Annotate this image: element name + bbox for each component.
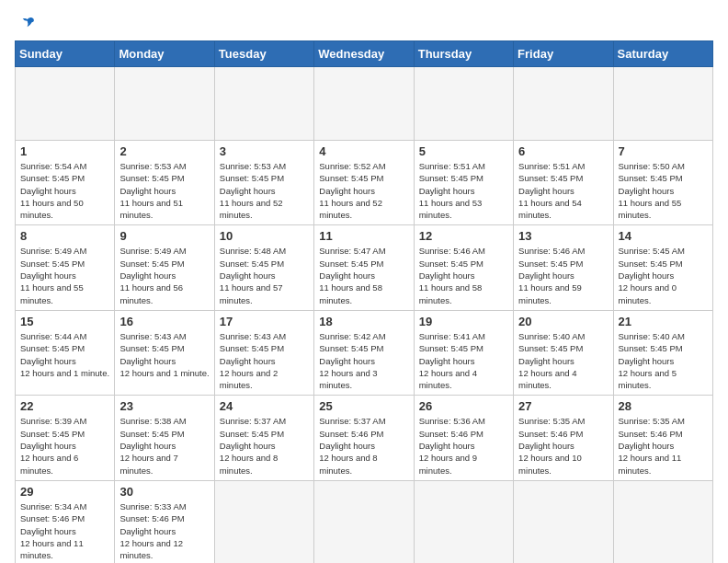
calendar-cell: 29Sunrise: 5:34 AMSunset: 5:46 PMDayligh… xyxy=(16,480,115,563)
day-number: 9 xyxy=(119,229,209,243)
day-info: Sunrise: 5:52 AMSunset: 5:45 PMDaylight … xyxy=(319,160,408,221)
calendar-cell xyxy=(16,67,115,141)
day-info: Sunrise: 5:33 AMSunset: 5:46 PMDaylight … xyxy=(119,500,209,561)
calendar-cell: 24Sunrise: 5:37 AMSunset: 5:45 PMDayligh… xyxy=(214,396,313,480)
calendar-cell xyxy=(514,480,613,563)
day-info: Sunrise: 5:35 AMSunset: 5:46 PMDaylight … xyxy=(518,415,608,476)
calendar-cell: 19Sunrise: 5:41 AMSunset: 5:45 PMDayligh… xyxy=(414,310,513,395)
column-header-wednesday: Wednesday xyxy=(314,41,414,67)
day-info: Sunrise: 5:43 AMSunset: 5:45 PMDaylight … xyxy=(220,330,309,391)
day-number: 12 xyxy=(419,229,508,243)
calendar-cell xyxy=(314,480,414,563)
day-info: Sunrise: 5:53 AMSunset: 5:45 PMDaylight … xyxy=(119,160,209,221)
day-info: Sunrise: 5:47 AMSunset: 5:45 PMDaylight … xyxy=(319,245,408,305)
calendar-cell: 10Sunrise: 5:48 AMSunset: 5:45 PMDayligh… xyxy=(214,225,313,310)
calendar-cell xyxy=(314,67,414,141)
day-info: Sunrise: 5:46 AMSunset: 5:45 PMDaylight … xyxy=(518,245,608,305)
day-info: Sunrise: 5:53 AMSunset: 5:45 PMDaylight … xyxy=(220,160,309,221)
calendar-week-row: 1Sunrise: 5:54 AMSunset: 5:45 PMDaylight… xyxy=(16,141,713,225)
day-info: Sunrise: 5:45 AMSunset: 5:45 PMDaylight … xyxy=(619,245,708,305)
day-number: 17 xyxy=(220,315,309,328)
day-info: Sunrise: 5:49 AMSunset: 5:45 PMDaylight … xyxy=(20,245,109,305)
day-number: 14 xyxy=(619,229,708,243)
day-info: Sunrise: 5:37 AMSunset: 5:46 PMDaylight … xyxy=(319,415,408,476)
calendar-cell: 27Sunrise: 5:35 AMSunset: 5:46 PMDayligh… xyxy=(514,396,613,480)
calendar-cell: 9Sunrise: 5:49 AMSunset: 5:45 PMDaylight… xyxy=(115,225,214,310)
day-info: Sunrise: 5:40 AMSunset: 5:45 PMDaylight … xyxy=(619,330,708,391)
column-header-thursday: Thursday xyxy=(414,41,513,67)
day-number: 4 xyxy=(319,144,408,158)
calendar-cell xyxy=(613,480,712,563)
day-number: 1 xyxy=(20,144,109,158)
day-info: Sunrise: 5:41 AMSunset: 5:45 PMDaylight … xyxy=(419,330,508,391)
calendar-cell xyxy=(613,67,712,141)
day-number: 6 xyxy=(518,144,608,158)
day-number: 21 xyxy=(619,315,708,328)
calendar-cell: 8Sunrise: 5:49 AMSunset: 5:45 PMDaylight… xyxy=(16,225,115,310)
calendar-cell: 7Sunrise: 5:50 AMSunset: 5:45 PMDaylight… xyxy=(613,141,712,225)
calendar-cell: 3Sunrise: 5:53 AMSunset: 5:45 PMDaylight… xyxy=(214,141,313,225)
day-number: 10 xyxy=(220,229,309,243)
calendar-header-row: SundayMondayTuesdayWednesdayThursdayFrid… xyxy=(16,41,713,67)
column-header-saturday: Saturday xyxy=(613,41,712,67)
calendar-cell xyxy=(414,480,513,563)
calendar-week-row: 8Sunrise: 5:49 AMSunset: 5:45 PMDaylight… xyxy=(16,225,713,310)
day-number: 13 xyxy=(518,229,608,243)
calendar-cell xyxy=(214,67,313,141)
calendar-cell: 14Sunrise: 5:45 AMSunset: 5:45 PMDayligh… xyxy=(613,225,712,310)
calendar-cell: 5Sunrise: 5:51 AMSunset: 5:45 PMDaylight… xyxy=(414,141,513,225)
day-info: Sunrise: 5:34 AMSunset: 5:46 PMDaylight … xyxy=(20,500,109,561)
day-number: 29 xyxy=(20,485,109,499)
day-info: Sunrise: 5:51 AMSunset: 5:45 PMDaylight … xyxy=(419,160,508,221)
calendar-cell: 23Sunrise: 5:38 AMSunset: 5:45 PMDayligh… xyxy=(115,396,214,480)
calendar-cell: 4Sunrise: 5:52 AMSunset: 5:45 PMDaylight… xyxy=(314,141,414,225)
calendar-week-row: 15Sunrise: 5:44 AMSunset: 5:45 PMDayligh… xyxy=(16,310,713,395)
column-header-friday: Friday xyxy=(514,41,613,67)
day-number: 30 xyxy=(119,485,209,499)
calendar-cell: 17Sunrise: 5:43 AMSunset: 5:45 PMDayligh… xyxy=(214,310,313,395)
calendar-cell: 2Sunrise: 5:53 AMSunset: 5:45 PMDaylight… xyxy=(115,141,214,225)
day-info: Sunrise: 5:49 AMSunset: 5:45 PMDaylight … xyxy=(119,245,209,305)
day-number: 22 xyxy=(20,399,109,413)
day-number: 11 xyxy=(319,229,408,243)
calendar-cell: 13Sunrise: 5:46 AMSunset: 5:45 PMDayligh… xyxy=(514,225,613,310)
day-info: Sunrise: 5:50 AMSunset: 5:45 PMDaylight … xyxy=(619,160,708,221)
column-header-sunday: Sunday xyxy=(16,41,115,67)
calendar-cell: 22Sunrise: 5:39 AMSunset: 5:45 PMDayligh… xyxy=(16,396,115,480)
calendar-cell xyxy=(414,67,513,141)
day-number: 8 xyxy=(20,229,109,243)
day-number: 20 xyxy=(518,315,608,328)
day-info: Sunrise: 5:44 AMSunset: 5:45 PMDaylight … xyxy=(20,330,109,379)
calendar-cell xyxy=(214,480,313,563)
calendar-table: SundayMondayTuesdayWednesdayThursdayFrid… xyxy=(15,40,713,563)
day-number: 23 xyxy=(119,399,209,413)
day-info: Sunrise: 5:54 AMSunset: 5:45 PMDaylight … xyxy=(20,160,109,221)
day-info: Sunrise: 5:51 AMSunset: 5:45 PMDaylight … xyxy=(518,160,608,221)
calendar-cell: 20Sunrise: 5:40 AMSunset: 5:45 PMDayligh… xyxy=(514,310,613,395)
page-header xyxy=(15,15,713,33)
logo xyxy=(15,15,35,33)
day-number: 16 xyxy=(119,315,209,328)
day-number: 28 xyxy=(619,399,708,413)
calendar-week-row: 29Sunrise: 5:34 AMSunset: 5:46 PMDayligh… xyxy=(16,480,713,563)
day-info: Sunrise: 5:36 AMSunset: 5:46 PMDaylight … xyxy=(419,415,508,476)
day-info: Sunrise: 5:42 AMSunset: 5:45 PMDaylight … xyxy=(319,330,408,391)
day-number: 19 xyxy=(419,315,508,328)
calendar-week-row: 22Sunrise: 5:39 AMSunset: 5:45 PMDayligh… xyxy=(16,396,713,480)
calendar-cell: 1Sunrise: 5:54 AMSunset: 5:45 PMDaylight… xyxy=(16,141,115,225)
calendar-cell: 26Sunrise: 5:36 AMSunset: 5:46 PMDayligh… xyxy=(414,396,513,480)
day-number: 26 xyxy=(419,399,508,413)
day-number: 3 xyxy=(220,144,309,158)
logo-bird-icon xyxy=(17,15,35,33)
day-info: Sunrise: 5:37 AMSunset: 5:45 PMDaylight … xyxy=(220,415,309,476)
day-number: 5 xyxy=(419,144,508,158)
calendar-cell: 6Sunrise: 5:51 AMSunset: 5:45 PMDaylight… xyxy=(514,141,613,225)
day-number: 2 xyxy=(119,144,209,158)
day-number: 18 xyxy=(319,315,408,328)
day-info: Sunrise: 5:46 AMSunset: 5:45 PMDaylight … xyxy=(419,245,508,305)
day-info: Sunrise: 5:40 AMSunset: 5:45 PMDaylight … xyxy=(518,330,608,391)
calendar-week-row xyxy=(16,67,713,141)
calendar-cell: 11Sunrise: 5:47 AMSunset: 5:45 PMDayligh… xyxy=(314,225,414,310)
calendar-cell: 16Sunrise: 5:43 AMSunset: 5:45 PMDayligh… xyxy=(115,310,214,395)
day-info: Sunrise: 5:39 AMSunset: 5:45 PMDaylight … xyxy=(20,415,109,476)
